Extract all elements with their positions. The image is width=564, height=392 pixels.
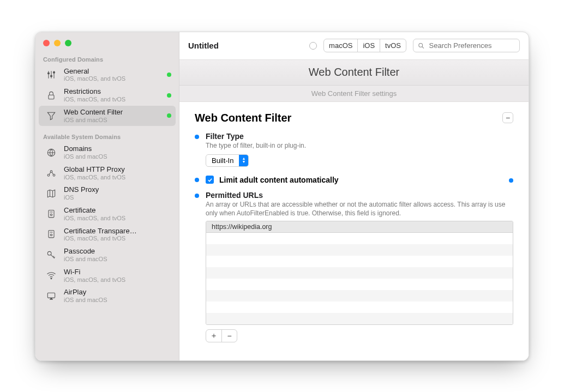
table-row[interactable]: [206, 279, 513, 290]
platform-macos[interactable]: macOS: [324, 39, 357, 52]
table-row[interactable]: [206, 301, 513, 313]
table-row[interactable]: [206, 267, 513, 279]
sidebar-item-general[interactable]: General iOS, macOS, and tvOS: [39, 65, 176, 86]
sidebar-item-subtitle: iOS, macOS, and tvOS: [64, 235, 137, 242]
sidebar-item-passcode[interactable]: Passcode iOS and macOS: [39, 245, 176, 266]
sidebar-item-certificate[interactable]: Certificate iOS, macOS, and tvOS: [39, 204, 176, 225]
panel-subtitle: Web Content Filter settings: [179, 86, 529, 102]
sidebar-item-subtitle: iOS, macOS, and tvOS: [64, 96, 125, 103]
permitted-table-header[interactable]: https://wikipedia.org: [206, 221, 513, 233]
sidebar-item-subtitle: iOS and macOS: [64, 117, 123, 124]
table-row[interactable]: [206, 233, 513, 244]
field-limit-adult: Limit adult content automatically: [195, 176, 513, 184]
zoom-icon[interactable]: [65, 40, 71, 46]
svg-point-5: [53, 72, 55, 74]
spinner-icon: [309, 42, 317, 50]
sidebar-item-global-http-proxy[interactable]: Global HTTP Proxy iOS, macOS, and tvOS: [39, 163, 176, 184]
svg-point-20: [419, 43, 423, 47]
sidebar-item-subtitle: iOS and macOS: [64, 153, 107, 160]
status-dot-icon: [167, 113, 171, 118]
funnel-icon: [44, 108, 58, 123]
sidebar-item-dns-proxy[interactable]: DNS Proxy iOS: [39, 183, 176, 204]
globe-icon: [44, 146, 58, 160]
sidebar-item-subtitle: iOS, macOS, and tvOS: [64, 174, 125, 181]
svg-point-3: [48, 73, 50, 74]
toolbar: Untitled macOS iOS tvOS: [179, 32, 529, 59]
sidebar-item-label: Certificate: [64, 207, 125, 215]
preferences-window: Configured Domains General iOS, macOS, a…: [35, 32, 529, 361]
window-controls: [35, 32, 179, 52]
filter-type-desc: The type of filter, built-in or plug-in.: [206, 141, 513, 150]
sidebar-item-airplay[interactable]: AirPlay iOS and macOS: [39, 286, 176, 306]
table-actions: ＋ −: [206, 329, 237, 342]
sidebar-item-web-content-filter[interactable]: Web Content Filter iOS and macOS: [39, 106, 176, 126]
svg-line-21: [422, 46, 424, 48]
sidebar-item-domains[interactable]: Domains iOS and macOS: [39, 142, 176, 163]
checkmark-icon: [207, 177, 213, 183]
map-icon: [44, 186, 58, 201]
search-icon: [418, 42, 425, 50]
limit-adult-label: Limit adult content automatically: [219, 176, 339, 184]
wifi-icon: [44, 268, 58, 282]
nodes-icon: [44, 166, 58, 180]
profile-title: Untitled: [188, 41, 219, 50]
cert-icon: [44, 227, 58, 242]
table-row[interactable]: [206, 290, 513, 301]
content-area: Web Content Filter − Filter Type The typ…: [179, 102, 529, 360]
svg-rect-19: [47, 293, 55, 298]
chevron-up-down-icon: ▲▼: [239, 155, 248, 166]
svg-rect-6: [49, 95, 54, 99]
platform-segmented-control[interactable]: macOS iOS tvOS: [323, 39, 406, 52]
filter-type-value: Built-In: [206, 155, 239, 166]
sidebar-item-label: Global HTTP Proxy: [64, 166, 125, 174]
filter-type-select[interactable]: Built-In ▲▼: [206, 154, 249, 167]
status-dot-icon: [167, 93, 171, 98]
add-row-button[interactable]: ＋: [206, 330, 221, 342]
svg-point-17: [47, 251, 51, 255]
field-filter-type: Filter Type The type of filter, built-in…: [195, 132, 513, 167]
sidebar-item-certificate-transpare-[interactable]: Certificate Transpare… iOS, macOS, and t…: [39, 225, 176, 245]
permitted-desc: An array or URLs that are accessible whe…: [206, 200, 513, 218]
panel-title: Web Content Filter: [179, 59, 529, 86]
svg-point-12: [50, 214, 52, 215]
section-heading: Web Content Filter: [195, 112, 291, 124]
limit-adult-checkbox[interactable]: [206, 176, 214, 184]
sidebar-item-subtitle: iOS and macOS: [64, 297, 107, 304]
sidebar-item-label: Domains: [64, 145, 107, 153]
sidebar-item-subtitle: iOS, macOS, and tvOS: [64, 215, 125, 222]
search-field[interactable]: [413, 39, 520, 52]
svg-point-18: [51, 278, 52, 279]
close-icon[interactable]: [43, 40, 50, 46]
minimize-icon[interactable]: [54, 40, 61, 46]
sidebar-item-wi-fi[interactable]: Wi-Fi iOS, macOS, and tvOS: [39, 266, 176, 286]
sidebar-item-subtitle: iOS and macOS: [64, 256, 107, 263]
collapse-button[interactable]: −: [502, 112, 513, 123]
lock-icon: [44, 88, 58, 102]
sidebar-item-label: Restrictions: [64, 88, 125, 96]
permitted-title: Permitted URLs: [206, 191, 513, 200]
filter-type-title: Filter Type: [206, 132, 513, 141]
table-row[interactable]: [206, 244, 513, 256]
sidebar-section-configured: Configured Domains: [35, 52, 179, 65]
permitted-urls-table[interactable]: https://wikipedia.org: [206, 221, 513, 325]
sidebar-item-label: Passcode: [64, 248, 107, 256]
sidebar-item-subtitle: iOS, macOS, and tvOS: [64, 75, 125, 82]
field-indicator-icon: [195, 178, 199, 182]
search-input[interactable]: [428, 41, 515, 50]
sidebar-item-label: AirPlay: [64, 288, 107, 297]
platform-tvos[interactable]: tvOS: [380, 39, 406, 52]
sidebar-item-label: Web Content Filter: [64, 108, 123, 117]
sidebar-item-label: DNS Proxy: [64, 186, 99, 194]
table-row[interactable]: [206, 256, 513, 267]
sidebar-item-subtitle: iOS, macOS, and tvOS: [64, 276, 125, 284]
sidebar-item-subtitle: iOS: [64, 194, 99, 201]
remove-row-button[interactable]: −: [221, 330, 237, 342]
table-row[interactable]: [206, 313, 513, 324]
platform-ios[interactable]: iOS: [357, 39, 380, 52]
field-permitted-urls: Permitted URLs An array or URLs that are…: [195, 191, 513, 342]
field-indicator-icon: [509, 178, 513, 183]
sliders-icon: [44, 68, 58, 82]
sidebar-item-restrictions[interactable]: Restrictions iOS, macOS, and tvOS: [39, 85, 176, 106]
airplay-icon: [44, 289, 58, 303]
key-icon: [44, 248, 58, 262]
